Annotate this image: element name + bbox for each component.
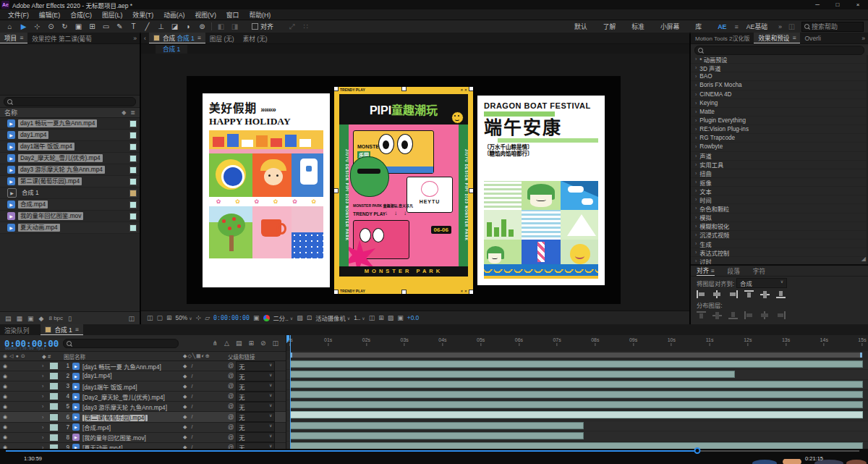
comment-column-icon[interactable]: ≣: [130, 109, 135, 116]
effect-category-row[interactable]: › BAO: [691, 72, 867, 81]
color-depth-label[interactable]: 8 bpc: [48, 315, 63, 321]
draft-3d-icon[interactable]: △: [224, 339, 229, 347]
twirl-icon[interactable]: ›: [695, 197, 697, 202]
layer-row[interactable]: ◉ › 3 ▶ [day1端午 饭饭.mp4] ◆/ @ 无∨: [0, 381, 286, 392]
effect-category-row[interactable]: › 模拟: [691, 214, 867, 222]
selection-handle[interactable]: [469, 188, 473, 193]
menu-item[interactable]: 窗口: [221, 10, 244, 20]
view-layout-select[interactable]: 1..∨: [354, 314, 365, 321]
label-column-icon[interactable]: ◆: [122, 109, 126, 116]
time-ruler[interactable]: 0s01s02s03s04s05s06s07s08s09s10s11s12s13…: [286, 335, 868, 352]
effect-category-row[interactable]: › 3D 声道: [691, 64, 867, 72]
menu-item[interactable]: 编辑(E): [34, 10, 65, 20]
menu-item[interactable]: 效果(T): [127, 10, 158, 20]
distribute-vertical-center-button[interactable]: [712, 311, 722, 319]
twirl-icon[interactable]: ›: [695, 56, 697, 62]
twirl-icon[interactable]: ›: [695, 135, 697, 140]
region-of-interest-icon[interactable]: ▱: [205, 314, 210, 321]
label-color-chip[interactable]: [129, 120, 137, 127]
layer-expand-icon[interactable]: ›: [42, 415, 49, 420]
align-to-select[interactable]: 合成∨: [736, 278, 787, 288]
effect-category-row[interactable]: › Keying: [691, 99, 867, 108]
video-progress-bar[interactable]: [6, 450, 859, 452]
poster-dragon-boat-festival[interactable]: DRAGON BOAT FESTIVAL 端午安康 〔万水千山粽是情〕 〔糖馅肉…: [477, 96, 605, 285]
workspace-overflow-icon[interactable]: »: [775, 23, 785, 30]
layer-switches[interactable]: ◆/: [182, 384, 228, 389]
effect-category-row[interactable]: › Matte: [691, 108, 867, 117]
layer-switches[interactable]: ◆/: [182, 434, 228, 440]
twirl-icon[interactable]: ›: [695, 109, 697, 114]
pickwhip-icon[interactable]: @: [228, 373, 234, 379]
layer-duration-bar[interactable]: [290, 360, 863, 368]
pickwhip-icon[interactable]: @: [228, 383, 234, 389]
tab-footage[interactable]: 素材 (无): [239, 33, 272, 43]
selection-handle[interactable]: [469, 290, 473, 294]
layer-name[interactable]: [day1端午 饭饭.mp4]: [82, 382, 182, 391]
timeline-search-input[interactable]: [63, 339, 179, 348]
layer-visibility-icon[interactable]: ◉: [0, 394, 42, 400]
twirl-icon[interactable]: ›: [695, 232, 697, 237]
layer-visibility-icon[interactable]: ◉: [0, 384, 42, 389]
layer-row[interactable]: ◉ › 7 ▶ [合成.mp4] ◆/ @ 无∨: [0, 423, 286, 433]
effect-category-row[interactable]: › * 动画预设: [691, 55, 867, 64]
motion-blur-icon[interactable]: ⊘: [260, 339, 266, 347]
effect-category-row[interactable]: › 杂色和颗粒: [691, 204, 867, 213]
selection-handle[interactable]: [469, 87, 473, 91]
twirl-icon[interactable]: ›: [695, 65, 697, 70]
comp-mini-flowchart-icon[interactable]: ⋔: [212, 339, 218, 347]
twirl-icon[interactable]: ›: [695, 83, 697, 88]
selection-handle[interactable]: [334, 188, 339, 193]
zoom-tool[interactable]: ⊙: [44, 22, 58, 32]
label-color-chip[interactable]: [129, 224, 137, 232]
layer-expand-icon[interactable]: ›: [42, 404, 49, 409]
roto-brush-tool[interactable]: ◗: [182, 22, 195, 32]
layer-duration-bar[interactable]: [290, 422, 584, 429]
workspace-small-screen[interactable]: 小屏幕: [652, 22, 687, 31]
comp-flowchart-icon[interactable]: ▨: [388, 314, 394, 321]
parent-select[interactable]: 无∨: [236, 432, 275, 442]
trash-icon[interactable]: ▯: [68, 315, 72, 322]
twirl-icon[interactable]: ›: [695, 206, 697, 211]
align-bottom-button[interactable]: [776, 290, 786, 298]
project-item-row[interactable]: ▶ day1端午 饭饭.mp4: [0, 141, 140, 153]
twirl-icon[interactable]: ›: [695, 153, 697, 159]
eraser-tool[interactable]: ◪: [168, 22, 182, 32]
brush-tool[interactable]: ╱: [140, 22, 154, 32]
label-color-chip[interactable]: [129, 155, 137, 162]
parent-select[interactable]: 无∨: [236, 381, 275, 392]
poster-happy-holiday[interactable]: 美好假期 »»»» HAPPY HOLIDAY ✿✿✿✿✿✿: [203, 93, 330, 287]
effect-category-row[interactable]: › 声道: [691, 152, 867, 161]
tab-motion-tools[interactable]: Motion Tools 2汉化版: [691, 33, 754, 43]
label-color-chip[interactable]: [129, 201, 137, 208]
layer-name[interactable]: [day1 畅玩一夏 九鱼Ann.mp4]: [82, 362, 182, 371]
layer-visibility-icon[interactable]: ◉: [0, 363, 42, 369]
twirl-icon[interactable]: ›: [695, 241, 697, 246]
puppet-pin-tool[interactable]: ⊚: [195, 22, 209, 32]
layer-visibility-icon[interactable]: ◉: [0, 424, 42, 430]
tab-overflow-icon[interactable]: »: [859, 33, 868, 43]
pixel-aspect-icon[interactable]: ◫: [369, 314, 375, 321]
comp-sub-tab[interactable]: 合成 1: [156, 45, 187, 54]
workspace-ae-basics[interactable]: AE基础: [739, 22, 775, 31]
twirl-icon[interactable]: ›: [695, 250, 697, 255]
effect-category-row[interactable]: › 沉浸式视频: [691, 231, 867, 240]
label-color-chip[interactable]: [129, 213, 137, 220]
parent-select[interactable]: 无∨: [236, 392, 275, 402]
text-tool[interactable]: T: [127, 22, 140, 32]
tab-timeline-comp[interactable]: 合成 1 ≡: [41, 324, 82, 335]
distribute-right-button[interactable]: [776, 311, 786, 319]
twirl-icon[interactable]: ›: [695, 74, 697, 79]
panel-resize-icon[interactable]: ◢: [861, 256, 866, 262]
effect-category-row[interactable]: › Rowbyte: [691, 143, 867, 151]
effect-category-row[interactable]: › CINEMA 4D: [691, 90, 867, 99]
new-folder-icon[interactable]: ▦: [17, 315, 23, 322]
layer-label-chip[interactable]: [49, 423, 59, 431]
hand-tool[interactable]: ⊹: [30, 22, 44, 32]
collect-icon[interactable]: ◫: [128, 315, 135, 322]
effect-category-row[interactable]: › Plugin Everything: [691, 117, 867, 125]
effect-category-row[interactable]: › 扭曲: [691, 169, 867, 178]
project-item-row[interactable]: ▶ 夏天动画.mp4: [0, 222, 140, 234]
magnification-icon[interactable]: ▢: [157, 314, 163, 321]
panel-menu-icon[interactable]: ≡: [20, 34, 23, 41]
help-search-field[interactable]: 搜索帮助: [801, 22, 864, 32]
